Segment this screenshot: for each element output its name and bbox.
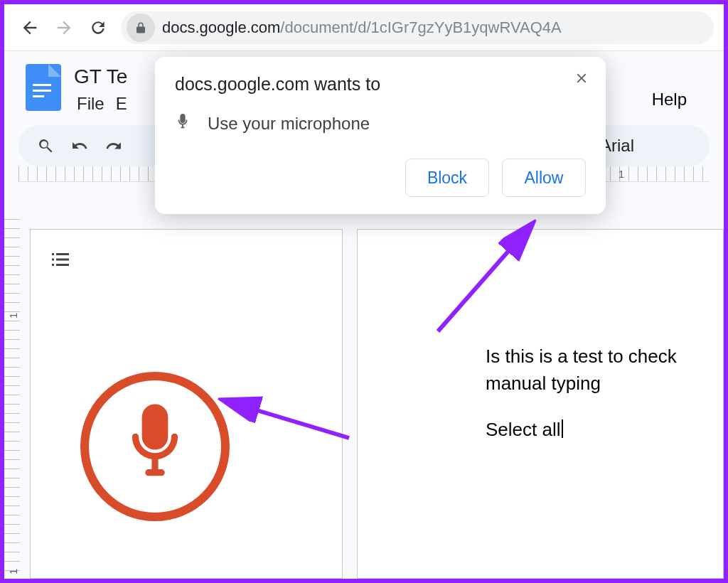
block-button[interactable]: Block (405, 159, 489, 197)
workspace: 1 1 Is this is a test to check manual ty… (4, 219, 724, 579)
vertical-ruler[interactable]: 1 1 (4, 219, 20, 579)
microphone-icon (175, 113, 191, 134)
vruler-mark: 1 (7, 313, 19, 319)
docs-logo-icon[interactable] (26, 64, 61, 111)
permission-title: docs.google.com wants to (175, 74, 586, 95)
browser-toolbar: docs.google.com/document/d/1cIGr7gzYyB1y… (4, 4, 724, 51)
microphone-icon (116, 400, 194, 493)
font-selector[interactable]: Arial (590, 136, 697, 156)
doc-line: Is this is a test to check (486, 343, 723, 370)
menu-edit[interactable]: E (113, 92, 130, 115)
close-button[interactable] (570, 67, 593, 90)
undo-button[interactable] (65, 132, 94, 160)
redo-button[interactable] (100, 132, 128, 160)
close-icon (574, 70, 589, 86)
url-host: docs.google.com (162, 18, 280, 37)
document-page[interactable]: Is this is a test to check manual typing… (357, 229, 724, 579)
allow-button[interactable]: Allow (502, 159, 586, 197)
site-lock-icon[interactable] (127, 14, 155, 42)
back-button[interactable] (14, 12, 46, 43)
menu-help[interactable]: Help (652, 64, 687, 109)
permission-dialog: docs.google.com wants to Use your microp… (155, 57, 606, 214)
permission-message: Use your microphone (208, 114, 370, 134)
text-cursor (562, 419, 563, 438)
forward-button[interactable] (48, 12, 80, 43)
url-path: /document/d/1cIGr7gzYyB1yqwRVAQ4A (280, 18, 561, 37)
ruler-mark: 1 (619, 168, 624, 180)
address-bar[interactable]: docs.google.com/document/d/1cIGr7gzYyB1y… (121, 11, 714, 44)
doc-line: Select all (486, 417, 723, 444)
search-icon[interactable] (31, 132, 60, 160)
vruler-mark: 1 (7, 569, 19, 574)
voice-typing-button[interactable] (80, 372, 230, 521)
outline-panel (30, 229, 343, 579)
menu-file[interactable]: File (74, 92, 107, 115)
reload-button[interactable] (82, 12, 114, 43)
outline-icon[interactable] (48, 247, 325, 275)
doc-line: manual typing (486, 370, 723, 397)
